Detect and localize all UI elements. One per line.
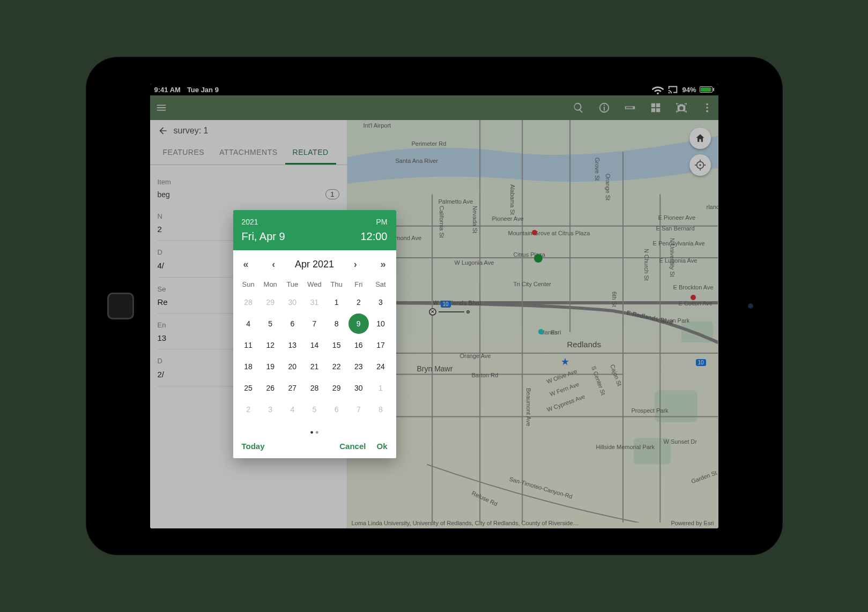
dp-day-cell[interactable]: 2 — [238, 399, 259, 420]
dp-day-cell[interactable]: 5 — [303, 399, 325, 420]
today-button[interactable]: Today — [242, 442, 265, 451]
datepicker-header: 2021 PM Fri, Apr 9 12:00 — [233, 210, 396, 250]
dp-ampm[interactable]: PM — [376, 218, 388, 226]
dp-day-cell[interactable]: 9 — [348, 314, 369, 334]
dp-day-cell[interactable]: 1 — [369, 377, 391, 399]
ok-button[interactable]: Ok — [376, 442, 387, 451]
dp-day-cell[interactable]: 13 — [281, 334, 303, 356]
dp-day-cell[interactable]: 20 — [281, 356, 303, 377]
dp-day-cell[interactable]: 31 — [303, 292, 325, 313]
dp-date[interactable]: Fri, Apr 9 — [242, 230, 285, 243]
dp-day-cell[interactable]: 5 — [259, 313, 281, 334]
dp-day-cell[interactable]: 16 — [347, 334, 369, 356]
dp-dow-label: Mon — [259, 280, 281, 288]
dp-day-cell[interactable]: 4 — [281, 399, 303, 420]
dp-day-cell[interactable]: 15 — [325, 334, 347, 356]
dp-time[interactable]: 12:00 — [360, 230, 387, 243]
dp-day-cell[interactable]: 6 — [325, 399, 347, 420]
ipad-frame: 9:41 AM Tue Jan 9 94% — [86, 57, 783, 555]
dp-year[interactable]: 2021 — [242, 218, 258, 226]
dp-day-cell[interactable]: 26 — [259, 377, 281, 399]
prev-year-icon[interactable]: « — [240, 258, 253, 271]
dp-day-cell[interactable]: 30 — [347, 377, 369, 399]
dp-dow-label: Thu — [325, 280, 347, 288]
home-button[interactable] — [107, 293, 134, 319]
dp-day-cell[interactable]: 27 — [281, 377, 303, 399]
dp-day-cell[interactable]: 23 — [347, 356, 369, 377]
dp-day-cell[interactable]: 4 — [238, 313, 259, 334]
dp-day-cell[interactable]: 28 — [238, 292, 259, 313]
dp-day-cell[interactable]: 3 — [259, 399, 281, 420]
prev-month-icon[interactable]: ‹ — [267, 258, 280, 271]
dp-day-cell[interactable]: 2 — [347, 292, 369, 313]
cancel-button[interactable]: Cancel — [339, 442, 366, 451]
dp-day-cell[interactable]: 22 — [325, 356, 347, 377]
dp-dow-label: Sat — [369, 280, 391, 288]
dp-day-cell[interactable]: 19 — [259, 356, 281, 377]
dp-day-cell[interactable]: 17 — [369, 334, 391, 356]
dp-day-cell[interactable]: 3 — [369, 292, 391, 313]
dp-day-cell[interactable]: 24 — [369, 356, 391, 377]
dp-day-cell[interactable]: 14 — [303, 334, 325, 356]
dp-day-cell[interactable]: 25 — [238, 377, 259, 399]
dp-day-cell[interactable]: 12 — [259, 334, 281, 356]
dp-day-cell[interactable]: 29 — [325, 377, 347, 399]
dp-day-cell[interactable]: 6 — [281, 313, 303, 334]
dp-dow-label: Wed — [303, 280, 325, 288]
dp-day-cell[interactable]: 8 — [369, 399, 391, 420]
dp-day-cell[interactable]: 10 — [369, 313, 391, 334]
dp-day-cell[interactable]: 7 — [303, 313, 325, 334]
dp-month-label: Apr 2021 — [295, 259, 334, 270]
dp-day-cell[interactable]: 11 — [238, 334, 259, 356]
dp-day-cell[interactable]: 28 — [303, 377, 325, 399]
datepicker: 2021 PM Fri, Apr 9 12:00 « ‹ Apr 2021 › … — [233, 210, 396, 458]
dp-day-cell[interactable]: 1 — [325, 292, 347, 313]
screen: 9:41 AM Tue Jan 9 94% — [150, 84, 718, 528]
next-year-icon[interactable]: » — [377, 258, 390, 271]
dp-day-cell[interactable]: 8 — [325, 313, 347, 334]
dp-dow-label: Fri — [347, 280, 369, 288]
dp-day-cell[interactable]: 29 — [259, 292, 281, 313]
dp-dow-label: Tue — [281, 280, 303, 288]
datepicker-nav: « ‹ Apr 2021 › » — [233, 250, 396, 275]
dp-page-dots: ● ● — [233, 426, 396, 436]
camera-dot — [748, 303, 753, 309]
dp-day-cell[interactable]: 18 — [238, 356, 259, 377]
dp-day-cell[interactable]: 7 — [347, 399, 369, 420]
dp-day-cell[interactable]: 30 — [281, 292, 303, 313]
dp-day-cell[interactable]: 21 — [303, 356, 325, 377]
next-month-icon[interactable]: › — [349, 258, 362, 271]
dp-dow-label: Sun — [238, 280, 259, 288]
